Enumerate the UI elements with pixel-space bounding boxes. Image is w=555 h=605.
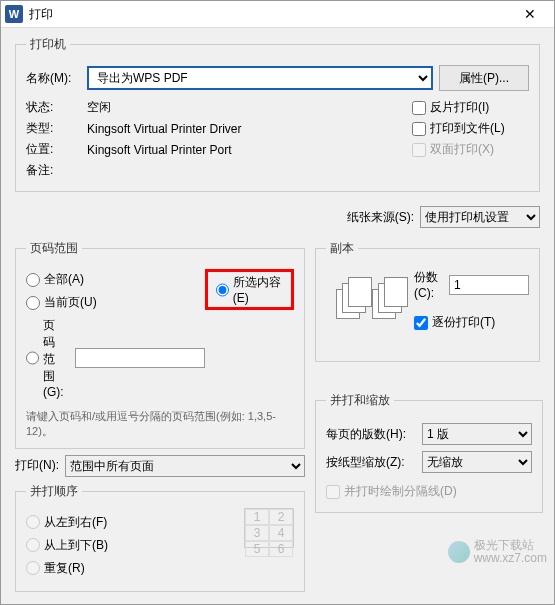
pages-per-sheet-select[interactable]: 1 版: [422, 423, 532, 445]
comment-label: 备注:: [26, 162, 81, 179]
range-current-label: 当前页(U): [44, 294, 97, 311]
reverse-checkbox[interactable]: [412, 101, 426, 115]
close-button[interactable]: ✕: [510, 1, 550, 27]
where-label: 位置:: [26, 141, 81, 158]
to-file-label: 打印到文件(L): [430, 120, 505, 137]
range-pages-input[interactable]: [75, 348, 205, 368]
separator-checkbox: [326, 485, 340, 499]
reverse-label: 反片打印(I): [430, 99, 489, 116]
range-legend: 页码范围: [26, 240, 82, 257]
scale-group: 并打和缩放 每页的版数(H):1 版 按纸型缩放(Z):无缩放 并打时绘制分隔线…: [315, 392, 543, 513]
duplex-checkbox: [412, 143, 426, 157]
range-all-radio[interactable]: [26, 273, 40, 287]
print-what-label: 打印(N):: [15, 457, 59, 474]
copies-input[interactable]: [449, 275, 529, 295]
collate-icon: [326, 275, 406, 325]
status-value: 空闲: [87, 99, 111, 116]
collate-checkbox[interactable]: [414, 316, 428, 330]
printer-name-label: 名称(M):: [26, 70, 81, 87]
window-title: 打印: [29, 6, 510, 23]
separator-label: 并打时绘制分隔线(D): [344, 483, 457, 500]
app-icon: W: [5, 5, 23, 23]
range-current-radio[interactable]: [26, 296, 40, 310]
order-repeat-label: 重复(R): [44, 560, 85, 577]
print-dialog: W 打印 ✕ 打印机 名称(M): 导出为WPS PDF 属性(P)... 状态…: [0, 0, 555, 605]
range-pages-label: 页码范围(G):: [43, 317, 65, 399]
order-tb-label: 从上到下(B): [44, 537, 108, 554]
to-file-checkbox[interactable]: [412, 122, 426, 136]
scale-legend: 并打和缩放: [326, 392, 394, 409]
order-lr-label: 从左到右(F): [44, 514, 107, 531]
printer-legend: 打印机: [26, 36, 70, 53]
order-tb-radio: [26, 538, 40, 552]
paper-source-select[interactable]: 使用打印机设置: [420, 206, 540, 228]
copies-legend: 副本: [326, 240, 358, 257]
where-value: Kingsoft Virtual Printer Port: [87, 143, 232, 157]
collate-label: 逐份打印(T): [432, 314, 495, 331]
order-legend: 并打顺序: [26, 483, 82, 500]
print-what-select[interactable]: 范围中所有页面: [65, 455, 305, 477]
printer-group: 打印机 名称(M): 导出为WPS PDF 属性(P)... 状态:空闲 类型:…: [15, 36, 540, 192]
range-group: 页码范围 全部(A) 当前页(U) 页码范围(G): 所选内容(E): [15, 240, 305, 449]
copies-label: 份数(C):: [414, 269, 443, 300]
status-label: 状态:: [26, 99, 81, 116]
order-lr-radio: [26, 515, 40, 529]
dialog-content: 打印机 名称(M): 导出为WPS PDF 属性(P)... 状态:空闲 类型:…: [1, 28, 554, 605]
properties-button[interactable]: 属性(P)...: [439, 65, 529, 91]
duplex-label: 双面打印(X): [430, 141, 494, 158]
range-hint: 请键入页码和/或用逗号分隔的页码范围(例如: 1,3,5-12)。: [26, 409, 294, 440]
order-diagram: 123456: [244, 508, 294, 548]
type-value: Kingsoft Virtual Printer Driver: [87, 122, 242, 136]
range-pages-radio[interactable]: [26, 351, 39, 365]
type-label: 类型:: [26, 120, 81, 137]
scale-to-paper-select[interactable]: 无缩放: [422, 451, 532, 473]
order-repeat-radio: [26, 561, 40, 575]
range-selection-label: 所选内容(E): [233, 274, 283, 305]
pages-per-sheet-label: 每页的版数(H):: [326, 426, 416, 443]
printer-name-select[interactable]: 导出为WPS PDF: [87, 66, 433, 90]
paper-source-label: 纸张来源(S):: [347, 209, 414, 226]
copies-group: 副本 份数(C): 逐份打印(T): [315, 240, 540, 362]
titlebar: W 打印 ✕: [1, 1, 554, 28]
range-selection-radio[interactable]: [216, 283, 229, 297]
range-selection-highlight: 所选内容(E): [205, 269, 294, 310]
scale-to-paper-label: 按纸型缩放(Z):: [326, 454, 416, 471]
range-all-label: 全部(A): [44, 271, 84, 288]
order-group: 并打顺序 从左到右(F) 从上到下(B) 重复(R) 123456: [15, 483, 305, 592]
